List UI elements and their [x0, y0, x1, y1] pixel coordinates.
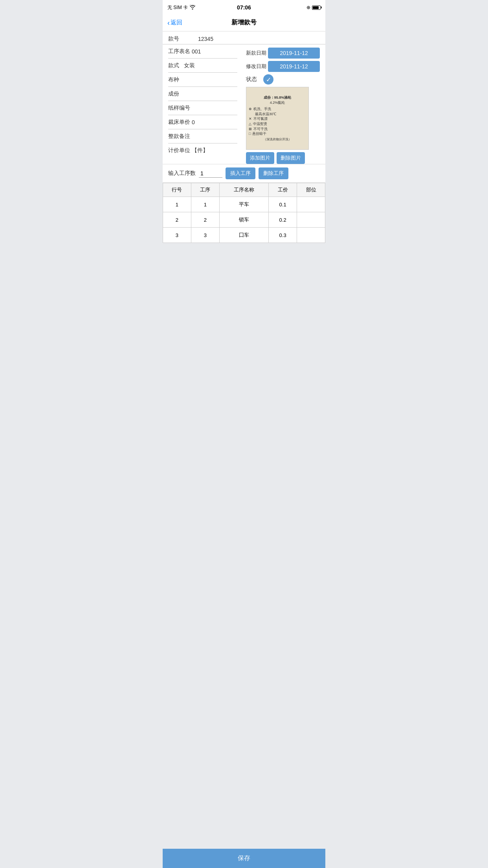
xinkuan-date-label: 新款日期: [246, 50, 266, 57]
care-line3: ⊗机洗、手洗: [249, 107, 271, 112]
care-line6: △中温熨烫: [249, 121, 267, 127]
insert-gongxu-button[interactable]: 插入工序: [226, 167, 255, 179]
image-buttons: 添加图片 删除图片: [246, 152, 320, 164]
delete-gongxu-button[interactable]: 删除工序: [259, 167, 288, 179]
caichuan-value: 0: [190, 119, 237, 125]
add-image-button[interactable]: 添加图片: [246, 152, 274, 164]
gongxu-row: 工序表名 001: [168, 44, 237, 59]
care-line1: 成份：95.8%涤纶: [264, 95, 292, 100]
left-column: 工序表名 001 款式 女装 布种 成份 纸样编号: [163, 44, 243, 164]
back-chevron-icon: ‹: [167, 19, 170, 26]
cell-gongxuname: 囗车: [219, 228, 268, 243]
input-gongxu-count[interactable]: [199, 169, 222, 178]
kuanshi-row: 款式 女装: [168, 59, 237, 73]
kuanhao-value: 12345: [196, 36, 320, 42]
cell-buwei: [297, 197, 325, 212]
chengfen-row: 成份: [168, 87, 237, 101]
kuanhao-row: 款号 12345: [163, 31, 325, 44]
gongxu-value: 001: [190, 48, 237, 55]
carrier-info: 无 SIM 卡: [167, 4, 196, 11]
gongxu-label: 工序表名: [168, 48, 190, 55]
table-row[interactable]: 3 3 囗车 0.3: [163, 228, 325, 243]
table-header-row: 行号 工序 工序名称 工价 部位: [163, 183, 325, 197]
back-button[interactable]: ‹ 返回: [167, 19, 182, 26]
delete-image-button[interactable]: 删除图片: [277, 152, 305, 164]
zhengkuan-label: 整款备注: [168, 133, 190, 140]
buzhong-label: 布种: [168, 76, 182, 83]
gongxu-table-container: 行号 工序 工序名称 工价 部位 1 1 平车 0.1 2 2 锁车 0.2 3…: [163, 183, 325, 243]
status-checkmark[interactable]: ✓: [263, 74, 273, 85]
gongxu-table: 行号 工序 工序名称 工价 部位 1 1 平车 0.1 2 2 锁车 0.2 3…: [163, 183, 325, 243]
status-time: 07:06: [237, 4, 251, 11]
buzhong-row: 布种: [168, 73, 237, 87]
kuanhao-label: 款号: [168, 35, 193, 42]
cell-hanghao: 2: [163, 212, 191, 228]
cell-gongjia: 0.2: [269, 212, 297, 228]
care-line8: □悬挂晾干: [249, 131, 266, 136]
care-line4: 最高水温30℃: [255, 112, 276, 117]
location-icon: ⊕: [306, 5, 310, 10]
col-gongxuname: 工序名称: [219, 183, 268, 197]
cell-gongjia: 0.1: [269, 197, 297, 212]
carrier-label: 无 SIM 卡: [167, 4, 188, 11]
caichuan-row: 裁床单价 0: [168, 115, 237, 129]
col-hanghao: 行号: [163, 183, 191, 197]
cell-gongxuname: 平车: [219, 197, 268, 212]
cell-gongxu: 1: [191, 197, 219, 212]
cell-hanghao: 3: [163, 228, 191, 243]
table-row[interactable]: 2 2 锁车 0.2: [163, 212, 325, 228]
chengfen-label: 成份: [168, 90, 182, 97]
jijia-value: 【件】: [190, 147, 237, 154]
xinkuan-date-value[interactable]: 2019-11-12: [268, 48, 320, 59]
zhiyang-row: 纸样编号: [168, 101, 237, 115]
cell-gongjia: 0.3: [269, 228, 297, 243]
two-col-section: 工序表名 001 款式 女装 布种 成份 纸样编号: [163, 44, 325, 164]
status-bar: 无 SIM 卡 07:06 ⊕: [163, 0, 325, 14]
cell-gongxu: 2: [191, 212, 219, 228]
wifi-icon: [189, 5, 196, 11]
care-label-content: 成份：95.8%涤纶 4.2%氨纶 ⊗机洗、手洗 最高水温30℃ ✕不可氯漂 △…: [246, 87, 308, 149]
image-thumbnail: 成份：95.8%涤纶 4.2%氨纶 ⊗机洗、手洗 最高水温30℃ ✕不可氯漂 △…: [246, 87, 309, 150]
col-gongjia: 工价: [269, 183, 297, 197]
cell-hanghao: 1: [163, 197, 191, 212]
cell-buwei: [297, 212, 325, 228]
care-line7: ⊠不可干洗: [249, 127, 268, 132]
care-line5: ✕不可氯漂: [249, 116, 268, 121]
cell-gongxuname: 锁车: [219, 212, 268, 228]
jijia-label: 计价单位: [168, 147, 190, 154]
xiugai-date-value[interactable]: 2019-11-12: [268, 61, 320, 72]
kuanshi-label: 款式: [168, 62, 182, 69]
xiugai-date-label: 修改日期: [246, 63, 266, 70]
zhiyang-label: 纸样编号: [168, 105, 190, 112]
cell-buwei: [297, 228, 325, 243]
page-title: 新增款号: [231, 18, 257, 27]
care-line2: 4.2%氨纶: [270, 100, 285, 105]
care-line9: （深浅衣物分开洗）: [263, 137, 292, 142]
caichuan-label: 裁床单价: [168, 119, 190, 126]
back-label: 返回: [171, 19, 182, 26]
form-content: 款号 12345 工序表名 001 款式 女装 布种 成份: [163, 31, 325, 243]
cell-gongxu: 3: [191, 228, 219, 243]
nav-bar: ‹ 返回 新增款号: [163, 14, 325, 31]
zhuang-label: 状态: [246, 76, 257, 83]
jijia-row: 计价单位 【件】: [168, 143, 237, 158]
zhuang-row: 状态 ✓: [246, 74, 320, 85]
zhengkuan-row: 整款备注: [168, 129, 237, 143]
col-gongxu: 工序: [191, 183, 219, 197]
table-row[interactable]: 1 1 平车 0.1: [163, 197, 325, 212]
gray-spacer: [163, 243, 325, 322]
status-right-icons: ⊕: [306, 5, 321, 10]
battery-icon: [312, 6, 321, 10]
kuanshi-value: 女装: [182, 62, 237, 69]
input-ops-row: 输入工序数 插入工序 删除工序: [163, 164, 325, 183]
col-buwei: 部位: [297, 183, 325, 197]
input-label: 输入工序数: [168, 170, 196, 177]
right-column: 新款日期 2019-11-12 修改日期 2019-11-12 状态 ✓ 成份：…: [243, 44, 325, 164]
